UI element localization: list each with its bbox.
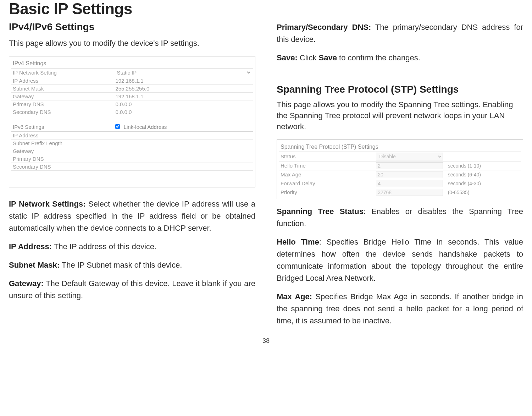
label-gateway: Gateway bbox=[13, 93, 115, 99]
row-ipv6-address: IP Address bbox=[11, 132, 253, 139]
def-dns: Primary/Secondary DNS: The primary/secon… bbox=[277, 21, 523, 45]
row-secondary-dns: Secondary DNS 0.0.0.0 bbox=[11, 108, 253, 116]
def-save: Save: Click Save to confirm the changes. bbox=[277, 52, 523, 64]
select-ip-network-setting[interactable]: Static IP bbox=[115, 69, 251, 76]
ipv4-group-title: IPv4 Settings bbox=[11, 59, 253, 69]
ipv6-group-title: IPv6 Settings bbox=[13, 124, 115, 130]
row-ipv6-gateway: Gateway bbox=[11, 147, 253, 155]
label-ipv6-primary-dns: Primary DNS bbox=[13, 156, 115, 162]
value-gateway[interactable]: 192.168.1.1 bbox=[115, 93, 251, 99]
label-hello-time: Hello Time bbox=[281, 163, 376, 169]
hint-forward-delay: seconds (4-30) bbox=[443, 181, 519, 186]
row-forward-delay: Forward Delay 4 seconds (4-30) bbox=[279, 179, 521, 188]
label-ip-address: IP Address bbox=[13, 78, 115, 84]
row-stp-status: Status Disable bbox=[279, 152, 521, 162]
page-title: Basic IP Settings bbox=[9, 0, 523, 18]
def-ip-address: IP Address: The IP address of this devic… bbox=[9, 241, 255, 253]
ip-settings-panel: IPv4 Settings IP Network Setting Static … bbox=[9, 56, 255, 187]
right-column: Primary/Secondary DNS: The primary/secon… bbox=[277, 21, 523, 334]
ipv4-ipv6-heading: IPv4/IPv6 Settings bbox=[9, 21, 255, 33]
value-forward-delay[interactable]: 4 bbox=[376, 180, 443, 187]
label-link-local: Link-local Address bbox=[124, 124, 167, 130]
row-max-age: Max Age 20 seconds (6-40) bbox=[279, 170, 521, 179]
label-ipv6-secondary-dns: Secondary DNS bbox=[13, 164, 115, 170]
label-stp-status: Status bbox=[281, 153, 376, 159]
label-forward-delay: Forward Delay bbox=[281, 180, 376, 186]
stp-intro: This page allows you to modify the Spann… bbox=[277, 99, 523, 132]
row-subnet-mask: Subnet Mask 255.255.255.0 bbox=[11, 85, 253, 93]
value-ip-address[interactable]: 192.168.1.1 bbox=[115, 78, 251, 84]
stp-panel: Spanning Tree Protocol (STP) Settings St… bbox=[277, 139, 523, 199]
row-primary-dns: Primary DNS 0.0.0.0 bbox=[11, 100, 253, 108]
def-hello-time: Hello Time: Specifies Bridge Hello Time … bbox=[277, 236, 523, 284]
label-ipv6-address: IP Address bbox=[13, 132, 115, 138]
row-gateway: Gateway 192.168.1.1 bbox=[11, 93, 253, 100]
stp-heading: Spanning Tree Protocol (STP) Settings bbox=[277, 84, 523, 95]
value-hello-time[interactable]: 2 bbox=[376, 162, 443, 169]
value-max-age[interactable]: 20 bbox=[376, 171, 443, 178]
select-stp-status[interactable]: Disable bbox=[376, 153, 443, 160]
label-primary-dns: Primary DNS bbox=[13, 101, 115, 107]
row-ipv6-secondary-dns: Secondary DNS bbox=[11, 163, 253, 171]
label-subnet-mask: Subnet Mask bbox=[13, 86, 115, 92]
stp-panel-title: Spanning Tree Protocol (STP) Settings bbox=[279, 142, 521, 152]
value-secondary-dns[interactable]: 0.0.0.0 bbox=[115, 109, 251, 115]
page-number: 38 bbox=[9, 337, 523, 345]
value-subnet-mask[interactable]: 255.255.255.0 bbox=[115, 86, 251, 92]
value-primary-dns[interactable]: 0.0.0.0 bbox=[115, 101, 251, 107]
left-column: IPv4/IPv6 Settings This page allows you … bbox=[9, 21, 255, 334]
checkbox-link-local[interactable] bbox=[115, 124, 120, 129]
def-ip-network-settings: IP Network Settings: Select whether the … bbox=[9, 198, 255, 234]
def-stp-status: Spanning Tree Status: Enables or disable… bbox=[277, 206, 523, 230]
label-ipv6-prefix: Subnet Prefix Length bbox=[13, 140, 115, 146]
two-column-layout: IPv4/IPv6 Settings This page allows you … bbox=[9, 21, 523, 334]
hint-priority: (0-65535) bbox=[443, 190, 519, 195]
ipv4-intro: This page allows you to modify the devic… bbox=[9, 38, 255, 49]
def-max-age: Max Age: Specifies Bridge Max Age in sec… bbox=[277, 291, 523, 327]
label-ipv6-gateway: Gateway bbox=[13, 148, 115, 154]
value-priority[interactable]: 32768 bbox=[376, 189, 443, 196]
hint-max-age: seconds (6-40) bbox=[443, 172, 519, 177]
label-secondary-dns: Secondary DNS bbox=[13, 109, 115, 115]
row-ip-network-setting: IP Network Setting Static IP bbox=[11, 69, 253, 77]
label-ip-network-setting: IP Network Setting bbox=[13, 70, 115, 76]
def-gateway: Gateway: The Default Gateway of this dev… bbox=[9, 278, 255, 302]
hint-hello-time: seconds (1-10) bbox=[443, 163, 519, 169]
label-priority: Priority bbox=[281, 189, 376, 195]
row-ipv6-primary-dns: Primary DNS bbox=[11, 155, 253, 163]
row-hello-time: Hello Time 2 seconds (1-10) bbox=[279, 162, 521, 170]
ipv6-group-row: IPv6 Settings Link-local Address bbox=[11, 122, 253, 132]
def-subnet-mask: Subnet Mask: The IP Subnet mask of this … bbox=[9, 259, 255, 271]
row-ip-address: IP Address 192.168.1.1 bbox=[11, 77, 253, 85]
label-max-age: Max Age bbox=[281, 171, 376, 177]
row-ipv6-prefix: Subnet Prefix Length bbox=[11, 139, 253, 147]
row-priority: Priority 32768 (0-65535) bbox=[279, 188, 521, 197]
